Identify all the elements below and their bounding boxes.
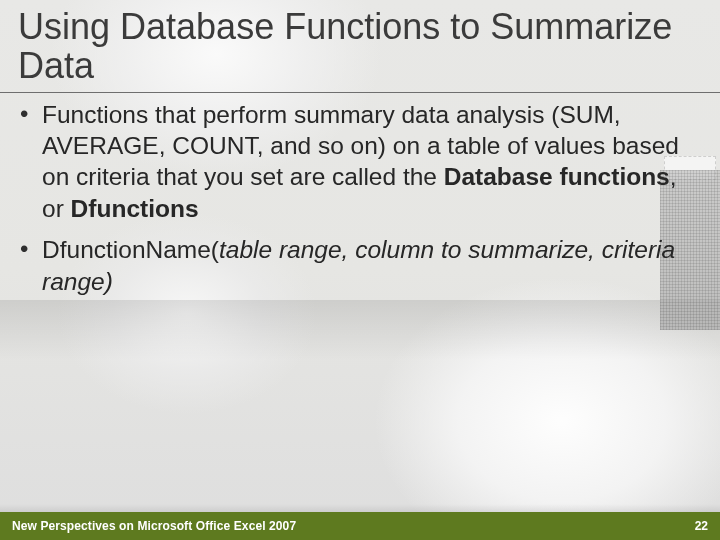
bullet-bold: Database functions <box>444 163 670 190</box>
slide-body: Functions that perform summary data anal… <box>0 93 720 297</box>
bullet-bold: Dfunctions <box>71 195 199 222</box>
footer-page-number: 22 <box>695 519 708 533</box>
footer-shadow <box>0 504 720 512</box>
bullet-text: DfunctionName( <box>42 236 219 263</box>
bullet-list: Functions that perform summary data anal… <box>38 99 702 297</box>
list-item: Functions that perform summary data anal… <box>38 99 702 224</box>
footer-text: New Perspectives on Microsoft Office Exc… <box>12 519 296 533</box>
list-item: DfunctionName(table range, column to sum… <box>38 234 702 297</box>
slide-title: Using Database Functions to Summarize Da… <box>0 0 720 90</box>
slide: Using Database Functions to Summarize Da… <box>0 0 720 540</box>
footer-bar: New Perspectives on Microsoft Office Exc… <box>0 512 720 540</box>
